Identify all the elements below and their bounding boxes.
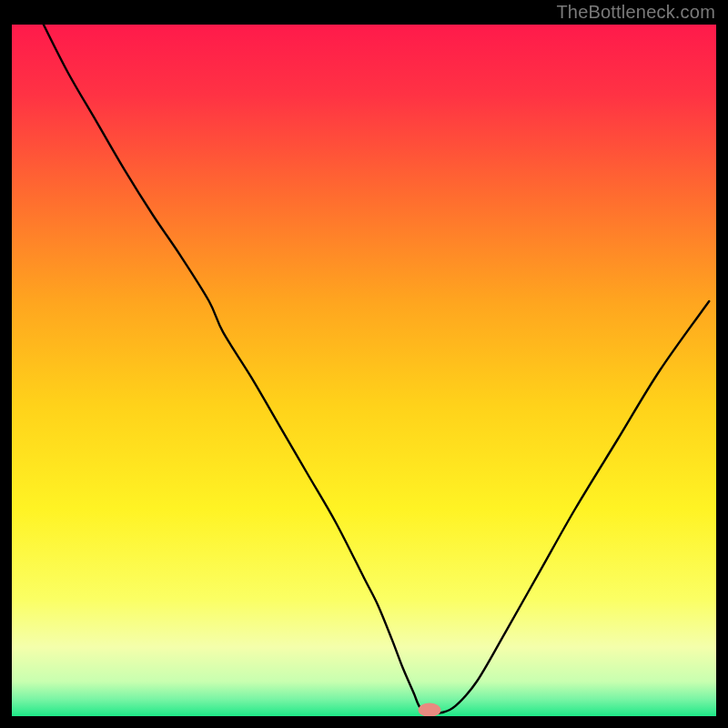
chart-frame: TheBottleneck.com	[0, 0, 728, 728]
plot-area	[12, 25, 716, 716]
watermark-text: TheBottleneck.com	[556, 2, 715, 23]
gradient-background	[12, 25, 716, 716]
chart-svg	[12, 25, 716, 716]
